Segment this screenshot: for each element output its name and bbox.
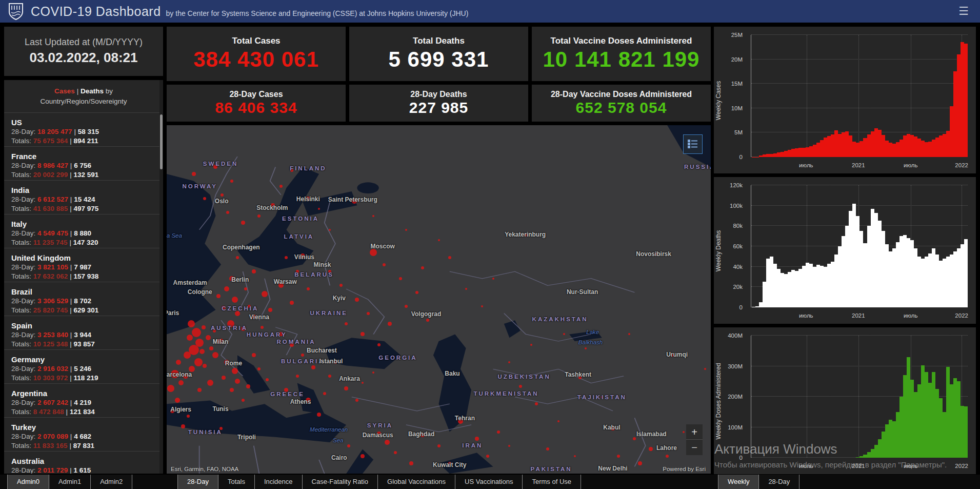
case-cluster-dot[interactable] <box>266 378 269 381</box>
case-cluster-dot[interactable] <box>421 266 424 269</box>
country-list-scrollbar-thumb[interactable] <box>160 114 163 169</box>
case-cluster-dot[interactable] <box>574 455 576 457</box>
case-cluster-dot[interactable] <box>388 322 392 326</box>
tab-case-fatality-ratio[interactable]: Case-Fatality Ratio <box>302 475 378 489</box>
case-cluster-dot[interactable] <box>226 211 229 214</box>
country-row[interactable]: Australia28-Day: 2 011 729 | 1 615Totals… <box>4 451 163 474</box>
tab-admin2[interactable]: Admin2 <box>90 475 132 489</box>
case-cluster-dot[interactable] <box>437 444 441 447</box>
case-cluster-dot[interactable] <box>187 415 190 418</box>
case-cluster-dot[interactable] <box>617 455 620 458</box>
case-cluster-dot[interactable] <box>188 320 195 327</box>
case-cluster-dot[interactable] <box>415 291 418 294</box>
case-cluster-dot[interactable] <box>344 386 348 390</box>
case-cluster-dot[interactable] <box>649 447 653 451</box>
country-row[interactable]: Brazil28-Day: 3 306 529 | 8 702Totals: 2… <box>4 282 163 316</box>
case-cluster-dot[interactable] <box>409 461 413 465</box>
case-cluster-dot[interactable] <box>508 361 510 363</box>
case-cluster-dot[interactable] <box>405 305 408 308</box>
case-cluster-dot[interactable] <box>222 376 226 380</box>
case-cluster-dot[interactable] <box>184 351 191 359</box>
case-cluster-dot[interactable] <box>426 319 429 322</box>
tab-weekly[interactable]: Weekly <box>718 475 758 489</box>
case-cluster-dot[interactable] <box>563 333 565 335</box>
case-cluster-dot[interactable] <box>221 193 224 197</box>
case-cluster-dot[interactable] <box>301 354 304 357</box>
tab-admin1[interactable]: Admin1 <box>49 475 90 489</box>
case-cluster-dot[interactable] <box>224 286 229 291</box>
zoom-in-button[interactable]: + <box>686 424 703 440</box>
case-cluster-dot[interactable] <box>585 347 587 349</box>
case-cluster-dot[interactable] <box>628 333 630 335</box>
tab-28-day[interactable]: 28-Day <box>177 475 218 489</box>
case-cluster-dot[interactable] <box>178 380 184 385</box>
tab-terms-of-use[interactable]: Terms of Use <box>522 475 581 489</box>
case-cluster-dot[interactable] <box>252 353 256 357</box>
case-cluster-dot[interactable] <box>232 368 238 374</box>
case-cluster-dot[interactable] <box>236 256 239 259</box>
case-cluster-dot[interactable] <box>438 239 440 241</box>
case-cluster-dot[interactable] <box>167 385 174 392</box>
country-row[interactable]: US28-Day: 18 205 477 | 58 315Totals: 75 … <box>4 112 163 146</box>
tab-us-vaccinations[interactable]: US Vaccinations <box>455 475 522 489</box>
case-cluster-dot[interactable] <box>328 375 331 378</box>
case-cluster-dot[interactable] <box>242 399 245 402</box>
country-row[interactable]: Italy28-Day: 4 549 475 | 8 880Totals: 11… <box>4 214 163 248</box>
case-cluster-dot[interactable] <box>246 384 250 388</box>
case-cluster-dot[interactable] <box>497 431 500 434</box>
case-cluster-dot[interactable] <box>339 284 343 287</box>
case-cluster-dot[interactable] <box>209 346 213 350</box>
case-cluster-dot[interactable] <box>206 335 211 340</box>
case-cluster-dot[interactable] <box>535 402 538 405</box>
case-cluster-dot[interactable] <box>372 371 374 374</box>
case-cluster-dot[interactable] <box>486 455 489 458</box>
case-cluster-dot[interactable] <box>216 294 221 298</box>
case-cluster-dot[interactable] <box>311 365 315 369</box>
case-cluster-dot[interactable] <box>262 291 268 297</box>
tab-incidence[interactable]: Incidence <box>254 475 302 489</box>
case-cluster-dot[interactable] <box>519 385 522 388</box>
case-cluster-dot[interactable] <box>361 454 365 458</box>
country-row[interactable]: Spain28-Day: 3 253 840 | 3 944Totals: 10… <box>4 316 163 349</box>
case-cluster-dot[interactable] <box>383 263 386 266</box>
case-cluster-dot[interactable] <box>345 322 348 325</box>
case-cluster-dot[interactable] <box>232 297 238 303</box>
case-cluster-dot[interactable] <box>212 352 218 358</box>
country-row[interactable]: France28-Day: 8 986 427 | 6 756Totals: 2… <box>4 146 163 180</box>
map-legend-button[interactable] <box>683 134 703 154</box>
case-cluster-dot[interactable] <box>508 445 510 447</box>
case-cluster-dot[interactable] <box>377 343 381 346</box>
case-cluster-dot[interactable] <box>187 335 193 341</box>
hamburger-menu-icon[interactable]: ☰ <box>955 5 972 18</box>
case-cluster-dot[interactable] <box>557 420 559 422</box>
case-cluster-dot[interactable] <box>362 382 364 384</box>
case-cluster-dot[interactable] <box>203 364 207 368</box>
case-cluster-dot[interactable] <box>318 208 320 210</box>
world-map[interactable]: SWEDENNORWAYFINLANDESTONIALATVIABELARUSC… <box>167 125 711 474</box>
case-cluster-dot[interactable] <box>355 298 359 302</box>
case-cluster-dot[interactable] <box>307 287 310 290</box>
country-row[interactable]: India28-Day: 6 612 527 | 15 424Totals: 4… <box>4 180 163 214</box>
case-cluster-dot[interactable] <box>202 325 206 329</box>
case-cluster-dot[interactable] <box>194 358 203 366</box>
case-cluster-dot[interactable] <box>230 180 233 183</box>
case-cluster-dot[interactable] <box>361 332 365 336</box>
case-cluster-dot[interactable] <box>235 311 240 316</box>
case-cluster-dot[interactable] <box>355 399 358 402</box>
case-cluster-dot[interactable] <box>638 461 642 465</box>
case-cluster-dot[interactable] <box>347 444 350 447</box>
case-cluster-dot[interactable] <box>385 440 390 445</box>
case-cluster-dot[interactable] <box>175 398 180 403</box>
case-cluster-dot[interactable] <box>546 447 549 451</box>
case-cluster-dot[interactable] <box>683 431 685 433</box>
tab-admin0[interactable]: Admin0 <box>7 475 49 489</box>
case-cluster-dot[interactable] <box>241 221 245 225</box>
tab-global-vaccinations[interactable]: Global Vaccinations <box>377 475 455 489</box>
country-row[interactable]: United Kingdom28-Day: 3 821 105 | 7 987T… <box>4 248 163 282</box>
case-cluster-dot[interactable] <box>279 185 283 188</box>
case-cluster-dot[interactable] <box>394 451 397 454</box>
case-cluster-dot[interactable] <box>372 215 374 217</box>
case-cluster-dot[interactable] <box>181 424 185 428</box>
case-cluster-dot[interactable] <box>268 308 272 312</box>
case-cluster-dot[interactable] <box>257 214 261 218</box>
